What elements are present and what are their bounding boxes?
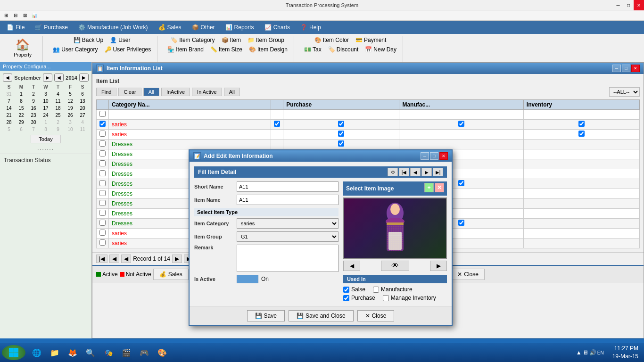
image-view-btn[interactable]: 👁	[381, 261, 409, 271]
tray-sound[interactable]: 🔊	[589, 349, 596, 356]
cal-day[interactable]: 14	[3, 105, 15, 112]
filter-all2-btn[interactable]: All	[224, 88, 240, 96]
row-checkbox[interactable]	[99, 121, 106, 127]
image-next-btn[interactable]: ▶	[430, 261, 447, 271]
row-manufacture[interactable]	[399, 120, 523, 130]
item-design-btn[interactable]: 🎨 Item Design	[247, 45, 290, 54]
cal-day[interactable]: 22	[15, 112, 27, 119]
menu-help[interactable]: ❓ Help	[296, 23, 326, 32]
page-prev-btn[interactable]: ◀	[109, 255, 119, 263]
page-next-btn[interactable]: ▶	[172, 255, 182, 263]
row-inventory[interactable]	[523, 189, 639, 199]
row-inventory[interactable]	[523, 229, 639, 239]
window-restore-btn[interactable]: □	[622, 65, 630, 72]
row-inventory[interactable]	[523, 130, 639, 140]
cal-day[interactable]: 6	[15, 126, 27, 133]
cal-day[interactable]: 5	[64, 90, 76, 98]
taskbar-vs[interactable]: 🎭	[100, 346, 117, 360]
cal-day[interactable]: 21	[3, 112, 15, 119]
cal-day[interactable]: 20	[76, 105, 89, 112]
row-checkbox-cell[interactable]	[97, 179, 109, 189]
taskbar-paint[interactable]: 🎨	[154, 346, 171, 360]
row-inventory[interactable]	[523, 179, 639, 189]
nav-last-btn[interactable]: ▶|	[433, 168, 443, 176]
manage-inventory-checkbox-item[interactable]: Manage Inventory	[383, 295, 436, 301]
cal-prev-month[interactable]: ◀	[3, 74, 12, 82]
tax-btn[interactable]: 💵 Tax	[302, 45, 324, 54]
cal-day[interactable]: 1	[40, 119, 52, 126]
table-row[interactable]: saries	[97, 120, 640, 130]
row-inventory[interactable]	[523, 120, 639, 130]
filter-select[interactable]: --ALL--	[609, 87, 640, 97]
cal-day[interactable]: 5	[3, 126, 15, 133]
user-btn[interactable]: 👤 User	[107, 36, 132, 44]
chart-icon[interactable]: 📊	[30, 11, 39, 20]
filter-in-active-btn[interactable]: In Active	[192, 88, 222, 96]
row-purchase[interactable]	[283, 140, 399, 149]
row-checkbox-cell[interactable]	[97, 209, 109, 219]
row-checkbox[interactable]	[99, 160, 106, 166]
cal-day[interactable]: 15	[15, 105, 27, 112]
taskbar-firefox[interactable]: 🦊	[64, 346, 81, 360]
start-button[interactable]	[2, 345, 25, 360]
page-first-btn[interactable]: |◀	[96, 255, 107, 263]
menu-file[interactable]: 📄 File	[2, 23, 29, 32]
cal-day[interactable]: 19	[64, 105, 76, 112]
row-checkbox[interactable]	[99, 200, 106, 206]
cal-day[interactable]: 1	[15, 90, 27, 98]
manufacture-checkbox[interactable]	[373, 287, 379, 293]
short-name-input[interactable]	[237, 181, 339, 192]
cal-day[interactable]: 25	[52, 112, 64, 119]
window-minimize-btn[interactable]: ─	[612, 65, 621, 72]
manufacture-checkbox-item[interactable]: Manufacture	[373, 286, 413, 293]
cal-day[interactable]: 6	[76, 90, 89, 98]
row-purchase[interactable]	[283, 120, 399, 130]
row-inventory[interactable]	[523, 110, 639, 120]
user-category-btn[interactable]: 👥 User Category	[50, 45, 100, 54]
cal-day[interactable]: 2	[27, 90, 40, 98]
nav-prev-btn[interactable]: ◀	[410, 168, 421, 176]
menu-purchase[interactable]: 🛒 Purchase	[30, 23, 73, 32]
row-checkbox-cell[interactable]	[97, 239, 109, 248]
item-btn[interactable]: 📦 Item	[219, 36, 243, 44]
row-inventory[interactable]	[523, 140, 639, 149]
manage-inventory-checkbox[interactable]	[383, 295, 389, 301]
is-active-toggle[interactable]	[237, 275, 258, 283]
cal-day[interactable]: 8	[40, 126, 52, 133]
row-inventory[interactable]	[523, 239, 639, 248]
salse-checkbox[interactable]	[343, 287, 349, 293]
row-checkbox[interactable]	[99, 131, 106, 137]
item-color-btn[interactable]: 🎨 Item Color	[312, 36, 351, 44]
user-priv-btn[interactable]: 🔑 User Privileges	[102, 45, 154, 54]
row-checkbox-cell[interactable]	[97, 159, 109, 169]
cal-day[interactable]: 8	[15, 98, 27, 105]
image-remove-btn[interactable]: ✕	[435, 183, 444, 192]
row-inventory[interactable]	[523, 199, 639, 209]
close-action-btn[interactable]: ✕ Close	[451, 269, 485, 280]
filter-inactive-btn[interactable]: InActive	[161, 88, 190, 96]
cal-day[interactable]: 7	[27, 126, 40, 133]
grid-2x2-icon[interactable]: ⊞	[2, 11, 10, 20]
nav-settings-btn[interactable]: ⚙	[388, 168, 398, 176]
taskbar-ie[interactable]: 🌐	[28, 346, 45, 360]
cal-day[interactable]: 7	[3, 98, 15, 105]
taskbar-vlc[interactable]: 🎬	[118, 346, 135, 360]
cal-day[interactable]: 31	[3, 90, 15, 98]
row-check1[interactable]	[271, 110, 283, 120]
save-button[interactable]: 💾 Save	[247, 310, 285, 321]
sales-action-btn[interactable]: 💰 Sales	[153, 269, 189, 280]
new-day-btn[interactable]: 📅 New Day	[363, 45, 399, 54]
cal-day[interactable]: 18	[52, 105, 64, 112]
row-manufacture[interactable]	[399, 110, 523, 120]
cal-day[interactable]: 17	[40, 105, 52, 112]
cal-day[interactable]: 10	[40, 98, 52, 105]
row-checkbox[interactable]	[99, 210, 106, 216]
filter-find-btn[interactable]: Find	[96, 88, 116, 96]
page-prev2-btn[interactable]: ◀	[121, 255, 131, 263]
close-dialog-button[interactable]: ✕ Close	[357, 310, 395, 321]
row-checkbox[interactable]	[99, 190, 106, 196]
row-checkbox-cell[interactable]	[97, 110, 109, 120]
table-row[interactable]: saries	[97, 130, 640, 140]
row-checkbox-cell[interactable]	[97, 130, 109, 140]
cal-day[interactable]: 9	[52, 126, 64, 133]
